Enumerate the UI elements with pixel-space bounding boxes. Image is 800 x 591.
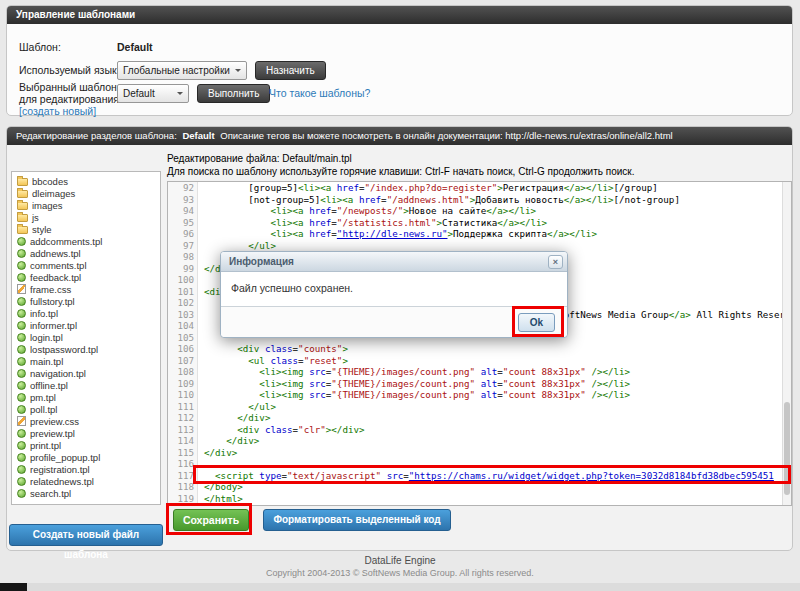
dialog-header[interactable]: Информация ×	[221, 252, 567, 272]
line-number: 101	[168, 286, 194, 298]
tree-item-style[interactable]: style	[12, 223, 160, 235]
code-line: 96 <li><a href="http://dle-news.ru">Подд…	[168, 228, 791, 240]
close-icon: ×	[553, 257, 558, 267]
code-line: 107 <ul class="reset">	[168, 355, 791, 367]
tree-item-profile_popup.tpl[interactable]: profile_popup.tpl	[12, 451, 160, 463]
tree-item-images[interactable]: images	[12, 199, 160, 211]
dialog-footer: Ok	[221, 306, 567, 337]
line-number: 100	[168, 274, 194, 286]
editor-header-doc-note: Описание тегов вы можете посмотреть в он…	[220, 130, 672, 141]
code-line: 116	[168, 458, 791, 470]
tree-item-print.tpl[interactable]: print.tpl	[12, 439, 160, 451]
template-editor-panel: Редактирование разделов шаблона: Default…	[6, 126, 793, 551]
line-number: 113	[168, 424, 194, 436]
ok-button[interactable]: Ok	[518, 313, 555, 332]
code-line: 106 <div class="counts">	[168, 343, 791, 355]
tpl-icon	[17, 477, 26, 486]
folder-icon	[17, 190, 28, 198]
template-manager-panel: Управление шаблонами Шаблон: Default Исп…	[6, 5, 793, 116]
editor-header-template-name: Default	[182, 130, 214, 141]
line-number: 109	[168, 378, 194, 390]
tree-item-label: comments.tpl	[30, 260, 87, 271]
tree-item-dleimages[interactable]: dleimages	[12, 187, 160, 199]
tree-item-label: addnews.tpl	[30, 248, 81, 259]
tree-item-offline.tpl[interactable]: offline.tpl	[12, 379, 160, 391]
folder-icon	[17, 202, 28, 210]
code-editor[interactable]: 92 [group=5]<li><a href="/index.php?do=r…	[167, 181, 792, 506]
selected-template-select-value: Default	[123, 88, 155, 99]
tree-item-label: print.tpl	[30, 440, 61, 451]
tree-item-lostpassword.tpl[interactable]: lostpassword.tpl	[12, 343, 160, 355]
line-number: 94	[168, 205, 194, 217]
tree-item-main.tpl[interactable]: main.tpl	[12, 355, 160, 367]
tpl-icon	[17, 237, 26, 246]
tree-item-login.tpl[interactable]: login.tpl	[12, 331, 160, 343]
code-lines: 92 [group=5]<li><a href="/index.php?do=r…	[168, 182, 791, 504]
language-select[interactable]: Глобальные настройки	[117, 61, 247, 80]
tpl-icon	[17, 261, 26, 270]
tree-item-fullstory.tpl[interactable]: fullstory.tpl	[12, 295, 160, 307]
tree-item-preview.tpl[interactable]: preview.tpl	[12, 427, 160, 439]
tree-item-registration.tpl[interactable]: registration.tpl	[12, 463, 160, 475]
format-code-button[interactable]: Форматировать выделенный код	[263, 509, 451, 531]
horizontal-scrollbar-thumb[interactable]	[0, 583, 27, 591]
create-template-file-button[interactable]: Создать новый файл шаблона	[9, 524, 163, 546]
editor-scrollbar[interactable]	[782, 182, 791, 505]
tree-item-poll.tpl[interactable]: poll.tpl	[12, 403, 160, 415]
chevron-down-icon	[235, 69, 241, 75]
line-number: 116	[168, 458, 194, 470]
css-icon	[17, 284, 26, 294]
code-line: 119</html>	[168, 493, 791, 505]
tree-item-info.tpl[interactable]: info.tpl	[12, 307, 160, 319]
tree-item-pm.tpl[interactable]: pm.tpl	[12, 391, 160, 403]
tpl-icon	[17, 393, 26, 402]
tree-item-label: pm.tpl	[30, 392, 56, 403]
create-new-template-link[interactable]: [создать новый]	[19, 105, 96, 117]
selected-template-label-line2: для редактирования:	[19, 93, 122, 105]
line-number: 119	[168, 493, 194, 505]
line-number: 93	[168, 194, 194, 206]
horizontal-scrollbar[interactable]	[0, 583, 800, 591]
editing-file-label: Редактирование файла: Default/main.tpl	[167, 153, 352, 164]
language-select-value: Глобальные настройки	[123, 65, 230, 76]
line-number: 97	[168, 240, 194, 252]
css-icon	[17, 416, 26, 426]
folder-icon	[17, 178, 28, 186]
tree-item-label: bbcodes	[32, 176, 68, 187]
tree-item-comments.tpl[interactable]: comments.tpl	[12, 259, 160, 271]
code-line: 111 </ul>	[168, 401, 791, 413]
tree-item-label: lostpassword.tpl	[30, 344, 98, 355]
tpl-icon	[17, 489, 26, 498]
tree-item-informer.tpl[interactable]: informer.tpl	[12, 319, 160, 331]
line-number: 118	[168, 481, 194, 493]
tree-item-search.tpl[interactable]: search.tpl	[12, 487, 160, 499]
tpl-icon	[17, 453, 26, 462]
tree-item-feedback.tpl[interactable]: feedback.tpl	[12, 271, 160, 283]
tree-item-label: login.tpl	[30, 332, 63, 343]
what-are-templates-link[interactable]: Что такое шаблоны?	[269, 87, 370, 99]
editor-header-prefix: Редактирование разделов шаблона:	[16, 130, 177, 141]
code-line: 108 <li><img src="{THEME}/images/count.p…	[168, 366, 791, 378]
save-button[interactable]: Сохранить	[173, 509, 249, 531]
tree-item-bbcodes[interactable]: bbcodes	[12, 175, 160, 187]
code-line: 93 [not-group=5]<li><a href="/addnews.ht…	[168, 194, 791, 206]
line-number: 105	[168, 332, 194, 344]
tree-item-addcomments.tpl[interactable]: addcomments.tpl	[12, 235, 160, 247]
search-hint: Для поиска по шаблону используйте горячи…	[167, 166, 635, 177]
tree-item-navigation.tpl[interactable]: navigation.tpl	[12, 367, 160, 379]
tree-item-frame.css[interactable]: frame.css	[12, 283, 160, 295]
tree-item-label: fullstory.tpl	[30, 296, 75, 307]
assign-button[interactable]: Назначить	[255, 61, 326, 80]
tree-item-addnews.tpl[interactable]: addnews.tpl	[12, 247, 160, 259]
template-label: Шаблон:	[19, 41, 61, 53]
code-line: 110 <li><img src="{THEME}/images/count.p…	[168, 389, 791, 401]
code-line: 109 <li><img src="{THEME}/images/count.p…	[168, 378, 791, 390]
dialog-close-button[interactable]: ×	[548, 255, 563, 269]
tree-item-label: frame.css	[30, 284, 71, 295]
editor-scrollbar-thumb[interactable]	[784, 402, 790, 496]
run-button[interactable]: Выполнить	[197, 84, 270, 103]
tree-item-relatednews.tpl[interactable]: relatednews.tpl	[12, 475, 160, 487]
tree-item-js[interactable]: js	[12, 211, 160, 223]
tree-item-preview.css[interactable]: preview.css	[12, 415, 160, 427]
selected-template-select[interactable]: Default	[117, 84, 189, 103]
